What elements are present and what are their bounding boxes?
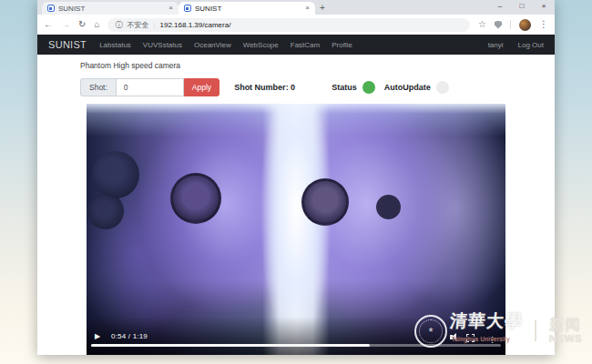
- nav-item-webscope[interactable]: WebScope: [243, 41, 279, 49]
- fullscreen-icon[interactable]: [466, 334, 475, 342]
- tab-sunist-2-active[interactable]: SUNIST ×: [179, 2, 315, 15]
- nav-logout[interactable]: Log Out: [518, 41, 544, 49]
- forward-icon[interactable]: →: [61, 20, 70, 29]
- autoupdate-indicator-dot[interactable]: [436, 81, 449, 94]
- shot-input-group: Shot: Apply: [80, 78, 219, 96]
- shot-input[interactable]: [116, 78, 184, 96]
- shot-number-label: Shot Number: 0: [234, 83, 295, 92]
- address-bar[interactable]: ⓘ 不安全 | 192.168.1.39/camera/: [107, 18, 470, 32]
- nav-item-profile[interactable]: Profile: [332, 41, 352, 49]
- nav-item-fastcam[interactable]: FastCam: [291, 41, 320, 49]
- minimize-button[interactable]: –: [489, 0, 511, 14]
- tab-strip: SUNIST × SUNIST × + – □ ×: [37, 0, 555, 15]
- shot-controls-row: Shot: Apply Shot Number: 0 Status AutoUp…: [80, 78, 555, 96]
- screenshot-stage: SUNIST × SUNIST × + – □ × ← → ↻ ⌂ ⓘ 不安全: [0, 0, 592, 364]
- sunist-favicon-icon: [47, 5, 55, 12]
- controls-gradient: [87, 317, 505, 355]
- app-navbar: SUNIST Labstatus VUVSstatus OceanView We…: [37, 35, 555, 55]
- volume-icon[interactable]: [450, 333, 460, 341]
- vessel-port: [87, 193, 124, 229]
- vessel-port: [301, 178, 349, 226]
- nav-item-vuvsstatus[interactable]: VUVSstatus: [143, 41, 182, 49]
- sunist-favicon-icon: [184, 5, 191, 12]
- tab-close-icon[interactable]: ×: [168, 5, 173, 12]
- new-tab-button[interactable]: +: [315, 3, 330, 13]
- apply-button[interactable]: Apply: [184, 78, 219, 96]
- close-button[interactable]: ×: [533, 0, 555, 14]
- autoupdate-label: AutoUpdate: [384, 83, 431, 92]
- tab-title: SUNIST: [58, 5, 165, 13]
- progress-played: [91, 344, 370, 347]
- vessel-port: [376, 195, 401, 219]
- maximize-button[interactable]: □: [511, 0, 533, 14]
- status-indicator-dot: [362, 81, 375, 94]
- bookmark-star-icon[interactable]: ☆: [478, 20, 486, 29]
- tab-close-icon[interactable]: ×: [305, 5, 310, 12]
- window-controls: – □ ×: [489, 0, 555, 14]
- browser-menu-kebab-icon[interactable]: ⋮: [539, 20, 548, 29]
- video-progress-bar[interactable]: [91, 344, 501, 347]
- back-icon[interactable]: ←: [44, 20, 53, 29]
- video-player[interactable]: ▶ 0:54 / 1:19 ⋮: [87, 104, 505, 355]
- url-text: 192.168.1.39/camera/: [160, 21, 231, 29]
- shot-label: Shot:: [80, 78, 116, 96]
- browser-window: SUNIST × SUNIST × + – □ × ← → ↻ ⌂ ⓘ 不安全: [37, 0, 555, 355]
- status-label: Status: [332, 83, 357, 92]
- nav-item-oceanview[interactable]: OceanView: [194, 41, 231, 49]
- navbar-brand[interactable]: SUNIST: [48, 39, 87, 50]
- page-title: Phantom High speed camera: [37, 55, 555, 70]
- tab-sunist-1[interactable]: SUNIST ×: [42, 2, 179, 15]
- reload-icon[interactable]: ↻: [78, 20, 86, 29]
- toolbar-divider: [510, 20, 511, 29]
- tab-title: SUNIST: [195, 5, 301, 13]
- home-icon[interactable]: ⌂: [94, 20, 99, 29]
- url-divider: |: [153, 21, 155, 29]
- vessel-port: [92, 151, 139, 198]
- vessel-port: [170, 173, 221, 224]
- play-icon[interactable]: ▶: [95, 333, 100, 340]
- extension-shield-icon[interactable]: [495, 21, 502, 29]
- site-info-icon[interactable]: ⓘ: [115, 20, 122, 30]
- nav-item-labstatus[interactable]: Labstatus: [99, 41, 131, 49]
- browser-toolbar: ← → ↻ ⌂ ⓘ 不安全 | 192.168.1.39/camera/ ☆ ⋮: [37, 15, 555, 35]
- page-content: Phantom High speed camera Shot: Apply Sh…: [37, 55, 555, 355]
- video-time-display: 0:54 / 1:19: [111, 333, 148, 340]
- profile-avatar[interactable]: [519, 19, 531, 31]
- security-label: 不安全: [127, 20, 148, 30]
- video-menu-kebab-icon[interactable]: ⋮: [488, 336, 496, 344]
- nav-username[interactable]: tanyi: [488, 41, 504, 49]
